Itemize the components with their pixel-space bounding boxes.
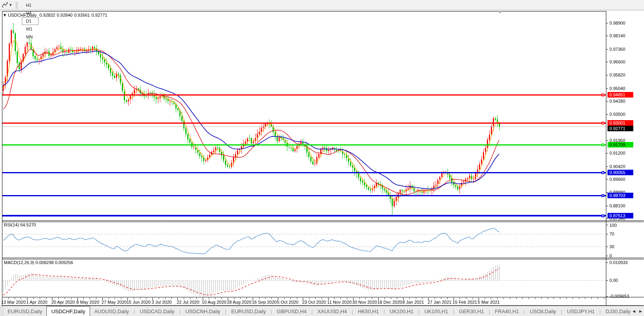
chart-tab-usdjpy-h1[interactable]: USDJPY,H1	[563, 306, 599, 316]
top-toolbar: ▼ M1M5M15M30H1H4D1W1MN	[0, 0, 644, 10]
chart-tab-usoil-daily[interactable]: USOil,Daily	[525, 306, 560, 316]
chart-tab-usdcad-daily[interactable]: USDCAD,Daily	[135, 306, 179, 316]
chart-tab-bar: EURUSD,DailyUSDCHF,DailyAUDUSD,Daily|USD…	[0, 306, 644, 316]
chart-tab-ger30-h1[interactable]: GER30,H1	[455, 306, 488, 316]
timeframe-button-group: M1M5M15M30H1H4D1W1MN	[21, 0, 39, 41]
chart-tab-audusd-daily[interactable]: AUDUSD,Daily	[90, 306, 133, 316]
chevron-down-icon[interactable]: ▼	[10, 4, 12, 7]
chart-tool-icon[interactable]	[1, 2, 9, 9]
chart-tab-usdchf-daily[interactable]: USDCHF,Daily	[46, 306, 90, 316]
timeframe-button-mn[interactable]: MN	[22, 33, 38, 41]
chart-tab-usdcnh-daily[interactable]: USDCNH,Daily	[181, 306, 225, 316]
chart-tab-gbpusd-h4[interactable]: GBPUSD,H4	[273, 306, 311, 316]
chart-tab-eurusd-daily[interactable]: EURUSD,Daily	[3, 306, 46, 316]
timeframe-button-w1[interactable]: W1	[22, 25, 38, 33]
toolbar-grip-handle[interactable]	[15, 2, 18, 9]
chart-tabs: EURUSD,DailyUSDCHF,DailyAUDUSD,Daily|USD…	[3, 306, 631, 316]
chart-tab-fra40-h1[interactable]: FRA40,H1	[490, 306, 523, 316]
chart-tab-hk50-h1[interactable]: HK50,H1	[354, 306, 383, 316]
chart-tab-uk100-h1[interactable]: UK100,H1	[385, 306, 418, 316]
tab-sliver	[0, 306, 3, 316]
chart-tab-eurusd-daily[interactable]: EURUSD,Daily	[227, 306, 270, 316]
timeframe-button-h1[interactable]: H1	[22, 1, 38, 9]
chart-tool-glyph	[2, 2, 8, 8]
chart-tab-uk100-h1[interactable]: UK100,H1	[420, 306, 452, 316]
chart-tab-dj30-daily[interactable]: DJ30,Daily	[601, 306, 631, 316]
timeframe-button-h4[interactable]: H4	[22, 9, 38, 17]
collapse-ohlc-icon[interactable]: ▼	[4, 13, 6, 17]
chart-tab-xauusd-h4[interactable]: XAUUSD,H4	[313, 306, 351, 316]
tab-scroll-left-icon[interactable]: ◀	[631, 306, 637, 316]
chart-canvas[interactable]	[0, 0, 644, 316]
timeframe-button-d1[interactable]: D1	[22, 17, 38, 25]
tab-scroll-right-icon[interactable]: ▶	[637, 306, 644, 316]
